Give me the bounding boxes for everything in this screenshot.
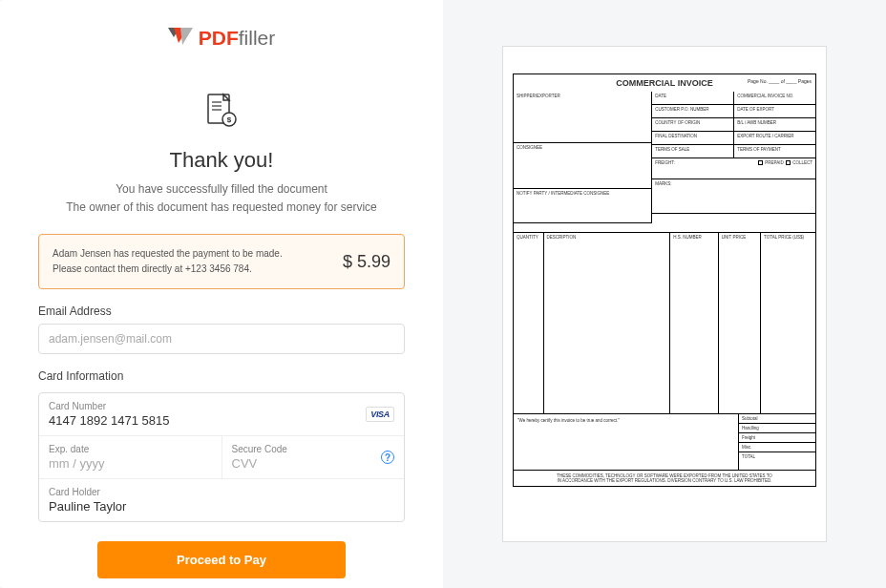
email-field[interactable] (38, 324, 405, 354)
pdffiller-logo: PDFfiller (168, 27, 276, 50)
doc-date: Date (652, 92, 734, 105)
doc-invoice-no: Commercial Invoice No. (734, 92, 815, 105)
doc-final-dest: Final Destination (652, 132, 734, 145)
exp-date-field[interactable]: Exp. date mm / yyyy (39, 436, 222, 478)
doc-route: Export Route / Carrier (734, 132, 815, 145)
receipt-icon: $ (204, 93, 239, 135)
cvv-field[interactable]: Secure Code CVV ? (222, 436, 405, 478)
doc-footer: These commodities, technology or softwar… (513, 471, 816, 487)
doc-notify: Notify Party / Intermediate Consignee (514, 189, 651, 223)
proceed-to-pay-button[interactable]: Proceed to Pay (97, 541, 346, 578)
payment-amount: $ 5.99 (343, 252, 390, 272)
help-icon[interactable]: ? (381, 451, 394, 464)
doc-marks: Marks: (652, 179, 815, 214)
doc-freight: Freight: Prepaid Collect (652, 158, 815, 179)
logo-text-pdf: PDF (199, 27, 239, 49)
doc-consignee: Consignee (514, 143, 651, 189)
card-number-field[interactable]: Card Number 4147 1892 1471 5815 VISA (39, 393, 404, 435)
doc-certify: "We hereby certify this invoice to be tr… (514, 414, 739, 470)
card-info-label: Card Information (38, 369, 405, 383)
svg-text:$: $ (227, 116, 232, 124)
payment-notice: Adam Jensen has requested the payment to… (38, 234, 405, 289)
doc-awb: B/L / AWB Number (734, 118, 815, 132)
card-holder-field[interactable]: Card Holder Pauline Taylor (39, 479, 404, 521)
doc-po: Customer P.O. Number (652, 105, 734, 118)
logo-icon (168, 28, 193, 49)
page-subtitle: You have successfully filled the documen… (66, 180, 377, 217)
payment-notice-text: Adam Jensen has requested the payment to… (53, 246, 283, 277)
payment-panel: PDFfiller $ Thank you! You have successf… (0, 0, 443, 588)
doc-origin: Country of Origin (652, 118, 734, 132)
doc-page-no: Page No. ____ of ____ Pages (748, 78, 812, 84)
doc-terms-pay: Terms of Payment (734, 145, 815, 158)
doc-line-items: Quantity Description H.S. Number Unit Pr… (513, 233, 816, 414)
email-label: Email Address (38, 304, 405, 318)
doc-title: COMMERCIAL INVOICE (616, 78, 712, 88)
doc-terms-sale: Terms of Sale (652, 145, 734, 158)
svg-marker-2 (180, 28, 193, 45)
visa-icon: VISA (366, 407, 394, 422)
page-title: Thank you! (170, 148, 274, 173)
card-block: Card Number 4147 1892 1471 5815 VISA Exp… (38, 392, 405, 522)
doc-date-export: Date of Export (734, 105, 815, 118)
logo-text-filler: filler (239, 27, 276, 49)
doc-shipper: Shipper/Exporter (514, 92, 651, 143)
document-preview-panel: COMMERCIAL INVOICE Page No. ____ of ____… (443, 0, 886, 588)
document-preview: COMMERCIAL INVOICE Page No. ____ of ____… (502, 46, 827, 542)
